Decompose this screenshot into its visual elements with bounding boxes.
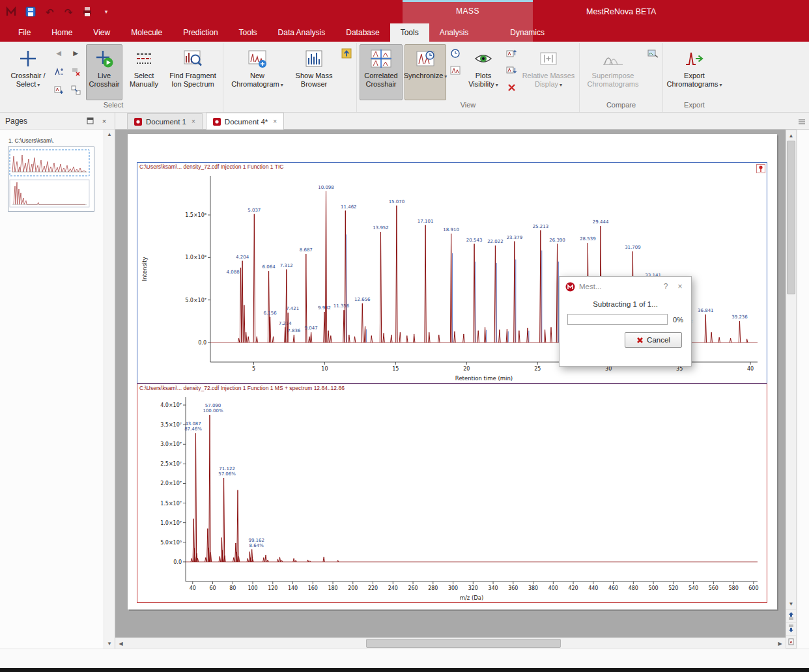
- next-page-button[interactable]: [786, 622, 796, 635]
- superimpose-chromatograms-button[interactable]: Superimpose Chromatograms: [582, 44, 644, 100]
- cancel-x-icon: [636, 337, 644, 344]
- group-label-create: [226, 101, 354, 111]
- svg-text:380: 380: [528, 585, 538, 591]
- show-mass-browser-button[interactable]: Show Mass Browser: [291, 44, 337, 100]
- svg-text:71.122: 71.122: [219, 466, 235, 471]
- print-icon[interactable]: [81, 5, 94, 18]
- progress-dialog: Mest... ? × Subtracting 1 of 1... 0% Can…: [559, 276, 692, 367]
- scroll-right-icon[interactable]: ▶: [774, 638, 786, 649]
- horizontal-scroll-thumb[interactable]: [366, 639, 561, 648]
- qat-customize-caret-icon[interactable]: ▾: [100, 5, 113, 18]
- auto-assignments-icon[interactable]: [51, 64, 66, 79]
- menu-tab-molecule[interactable]: Molecule: [121, 23, 173, 42]
- svg-text:4.204: 4.204: [236, 255, 249, 260]
- redo-icon[interactable]: ↷: [62, 5, 75, 18]
- vertical-scrollbar[interactable]: ▲ ▼: [786, 130, 797, 649]
- close-tab-icon[interactable]: ×: [273, 118, 277, 125]
- fit-page-button[interactable]: [786, 635, 796, 648]
- panel-scroll-up-icon[interactable]: ▲: [105, 130, 115, 139]
- crosshair-select-button[interactable]: Crosshair / Select▾: [7, 44, 50, 100]
- close-panel-icon[interactable]: ×: [99, 116, 109, 126]
- correlated-crosshair-button[interactable]: Correlated Crosshair: [360, 44, 403, 100]
- menu-tab-dynamics[interactable]: Dynamics: [500, 23, 555, 42]
- transfer-crosshair-icon[interactable]: [68, 83, 83, 97]
- plots-visibility-button[interactable]: Plots Visibility▾: [464, 44, 502, 100]
- svg-text:120: 120: [268, 585, 277, 591]
- scroll-left-icon[interactable]: ◀: [115, 638, 126, 649]
- svg-text:0.0: 0.0: [173, 559, 182, 565]
- previous-page-button[interactable]: [786, 609, 796, 622]
- menu-tab-prediction[interactable]: Prediction: [173, 23, 228, 42]
- select-manually-button[interactable]: Select Manually: [124, 44, 163, 100]
- menu-tab-data-analysis[interactable]: Data Analysis: [268, 23, 336, 42]
- page-thumbnail[interactable]: [8, 147, 94, 212]
- dialog-header[interactable]: Mest... ? ×: [560, 277, 691, 296]
- vertical-scroll-track[interactable]: [786, 141, 796, 598]
- document-tab-1[interactable]: Document 1 ×: [127, 113, 203, 129]
- svg-text:5.037: 5.037: [248, 208, 261, 213]
- ms-chart-canvas[interactable]: 4060801001201401601802002202402602803003…: [137, 384, 767, 602]
- sync-small-tools: [448, 44, 462, 77]
- scroll-down-icon[interactable]: ▼: [786, 598, 796, 609]
- relative-masses-display-button[interactable]: Relative Masses Display▾: [520, 44, 576, 100]
- chart-move-up-icon[interactable]: [504, 46, 518, 61]
- svg-text:9.047: 9.047: [305, 326, 318, 331]
- remove-plot-x-icon[interactable]: [504, 80, 518, 94]
- vertical-scroll-thumb[interactable]: [787, 141, 795, 294]
- picture-export-icon[interactable]: [646, 46, 660, 61]
- svg-text:3.5×10⁷: 3.5×10⁷: [160, 422, 182, 428]
- svg-text:1.5×10⁸: 1.5×10⁸: [185, 212, 206, 218]
- add-crosshair-icon[interactable]: [51, 83, 66, 97]
- menu-tab-tools[interactable]: Tools: [229, 23, 268, 42]
- active-item-pin-icon[interactable]: [756, 164, 765, 173]
- document-canvas[interactable]: C:\Users\ksam\... density_72.cdf Injecti…: [115, 130, 786, 637]
- close-dialog-icon[interactable]: ×: [675, 282, 685, 291]
- live-crosshair-icon: [94, 47, 114, 70]
- dialog-message: Subtracting 1 of 1...: [560, 300, 691, 308]
- svg-text:540: 540: [688, 585, 698, 591]
- scroll-up-icon[interactable]: ▲: [786, 130, 796, 141]
- panel-scroll-down-icon[interactable]: ▼: [105, 639, 115, 649]
- arrow-left-icon[interactable]: ◀: [51, 46, 66, 61]
- live-crosshair-button[interactable]: Live Crosshair: [86, 44, 122, 100]
- svg-text:11.462: 11.462: [341, 204, 357, 210]
- menu-tab-file[interactable]: File: [8, 23, 41, 42]
- mnova-logo-icon: [565, 282, 575, 292]
- close-tab-icon[interactable]: ×: [192, 118, 195, 125]
- page-sheet[interactable]: C:\Users\ksam\... density_72.cdf Injecti…: [128, 134, 777, 609]
- menu-tab-mass-analysis[interactable]: Analysis: [429, 23, 479, 42]
- horizontal-scroll-track[interactable]: [126, 638, 774, 649]
- find-fragment-ion-spectrum-button[interactable]: Find Fragment Ion Spectrum: [165, 44, 220, 100]
- menu-tab-database[interactable]: Database: [335, 23, 390, 42]
- cancel-button[interactable]: Cancel: [625, 332, 682, 348]
- delete-assignments-icon[interactable]: [68, 64, 83, 79]
- menu-tab-view[interactable]: View: [83, 23, 121, 42]
- svg-text:320: 320: [468, 585, 478, 591]
- arrow-right-icon[interactable]: ▶: [68, 46, 83, 61]
- menu-tab-mass-cds[interactable]: [479, 23, 500, 42]
- help-icon[interactable]: ?: [660, 282, 671, 291]
- tab-list-icon[interactable]: [796, 116, 808, 128]
- save-icon[interactable]: [24, 5, 37, 18]
- menu-tab-home[interactable]: Home: [41, 23, 83, 42]
- chart-move-down-icon[interactable]: [504, 63, 518, 77]
- menu-tab-mass-tools[interactable]: Tools: [390, 23, 429, 42]
- svg-text:6.064: 6.064: [263, 264, 276, 270]
- svg-text:200: 200: [348, 585, 358, 591]
- mass-spectrum-title: C:\Users\ksam\... density_72.cdf Injecti…: [139, 385, 345, 391]
- new-chromatogram-button[interactable]: New Chromatogram▾: [226, 44, 289, 100]
- document-area: Document 1 × Document 4* × C:\Users\ksam…: [115, 113, 809, 649]
- horizontal-scrollbar[interactable]: ◀ ▶: [115, 637, 786, 649]
- document-tab-4[interactable]: Document 4* ×: [206, 113, 284, 130]
- relative-masses-icon: [539, 47, 558, 70]
- mini-chart-icon[interactable]: [448, 63, 462, 77]
- float-panel-icon[interactable]: [85, 116, 95, 126]
- export-chromatograms-button[interactable]: Export Chromatograms▾: [666, 44, 723, 100]
- svg-text:160: 160: [308, 585, 318, 591]
- clock-icon[interactable]: [448, 46, 462, 61]
- mass-spectrum-frame[interactable]: C:\Users\ksam\... density_72.cdf Injecti…: [137, 384, 767, 603]
- undo-icon[interactable]: ↶: [43, 5, 56, 18]
- import-box-icon[interactable]: [339, 46, 354, 61]
- synchronize-button[interactable]: Synchronize▾: [404, 44, 446, 100]
- svg-text:9.982: 9.982: [318, 305, 331, 311]
